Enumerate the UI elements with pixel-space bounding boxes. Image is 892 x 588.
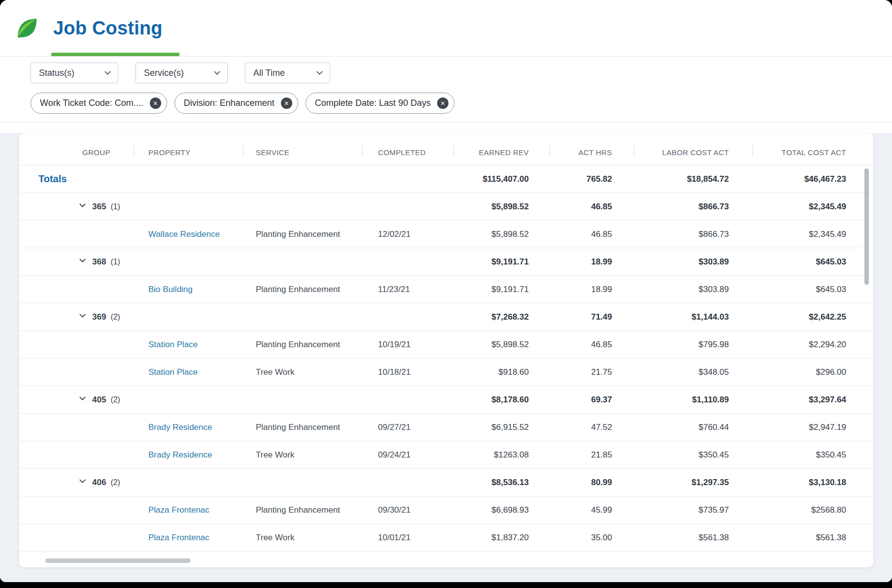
filter-bar: Status(s)Service(s)All Time Work Ticket … (0, 57, 892, 122)
property-link[interactable]: Plaza Frontenac (148, 505, 209, 515)
chevron-down-icon (79, 202, 86, 208)
collapse-group-button[interactable] (80, 205, 85, 208)
group-act-hrs: 80.99 (549, 478, 634, 488)
filter-dropdown-status[interactable]: Status(s) (31, 63, 118, 83)
group-count: (2) (110, 395, 120, 404)
service-cell: Planting Enhancement (243, 505, 362, 515)
property-link[interactable]: Station Place (148, 367, 198, 377)
group-count: (1) (110, 202, 120, 211)
collapse-group-button[interactable] (80, 316, 85, 318)
column-header-group[interactable]: GROUP (19, 133, 134, 165)
group-cell: 405(2) (19, 395, 134, 405)
column-header-service[interactable]: SERVICE (243, 133, 362, 165)
group-row-368: 368(1)$9,191.7118.99$303.89$645.03 (19, 248, 873, 276)
property-cell: Brady Residence (134, 423, 243, 432)
remove-filter-icon[interactable]: ✕ (150, 98, 161, 109)
app-window: Job Costing Status(s)Service(s)All Time … (0, 0, 892, 582)
group-total-cost-act: $645.03 (753, 257, 873, 267)
chevron-down-icon (316, 68, 323, 75)
group-earned-rev: $7,268.32 (453, 312, 549, 322)
group-act-hrs: 69.37 (549, 395, 634, 405)
labor-cost-act-cell: $866.73 (634, 229, 753, 239)
remove-filter-icon[interactable]: ✕ (437, 98, 448, 109)
group-cell: 368(1) (19, 257, 134, 267)
completed-cell: 12/02/21 (362, 229, 453, 239)
filter-dropdown-service[interactable]: Service(s) (136, 63, 228, 83)
group-labor-cost-act: $1,110.89 (634, 395, 753, 405)
completed-cell: 09/24/21 (362, 450, 453, 460)
group-cell: 369(2) (19, 312, 134, 322)
total-cost-act-cell: $561.38 (753, 533, 873, 543)
property-link[interactable]: Brady Residence (148, 423, 212, 432)
act-hrs-cell: 21.85 (549, 450, 634, 460)
total-cost-act-cell: $2,345.49 (753, 229, 873, 239)
detail-row: Station PlacePlanting Enhancement10/19/2… (19, 331, 873, 359)
labor-cost-act-cell: $795.98 (634, 340, 753, 350)
act-hrs-cell: 18.99 (549, 285, 634, 294)
group-cell: 406(2) (19, 478, 134, 488)
detail-row: Plaza FrontenacTree Work10/01/21$1,837.2… (19, 524, 873, 552)
group-count: (2) (110, 478, 120, 487)
property-link[interactable]: Bio Building (148, 285, 193, 294)
job-costing-table-card: GROUPPROPERTYSERVICECOMPLETEDEARNED REVA… (19, 133, 873, 567)
leaf-logo-icon (14, 15, 40, 41)
property-link[interactable]: Brady Residence (148, 450, 212, 459)
group-cell: 365(1) (19, 202, 134, 212)
chevron-down-icon (79, 395, 86, 401)
column-header-completed[interactable]: COMPLETED (362, 133, 453, 165)
group-earned-rev: $8,178.60 (453, 395, 549, 405)
group-earned-rev: $9,191.71 (453, 257, 549, 267)
collapse-group-button[interactable] (80, 481, 85, 484)
filter-chip-complete-date-last-90-days: Complete Date: Last 90 Days✕ (306, 93, 454, 114)
earned-rev-cell: $918.60 (453, 367, 549, 377)
group-row-406: 406(2)$8,536.1380.99$1,297.35$3,130.18 (19, 469, 873, 496)
property-link[interactable]: Wallace Residence (148, 229, 220, 239)
act-hrs-cell: 45.99 (549, 505, 634, 515)
property-cell: Station Place (134, 367, 243, 377)
column-header-earned-rev[interactable]: EARNED REV (453, 133, 549, 165)
property-link[interactable]: Station Place (148, 340, 198, 349)
total-cost-act-cell: $645.03 (753, 285, 873, 294)
horizontal-scrollbar-thumb[interactable] (45, 558, 191, 563)
dropdown-label: Status(s) (39, 68, 74, 78)
group-labor-cost-act: $1,297.35 (634, 478, 753, 488)
earned-rev-cell: $5,898.52 (453, 229, 549, 239)
column-header-labor-cost-act[interactable]: LABOR COST ACT (634, 133, 753, 165)
table-body: Totals$115,407.00765.82$18,854.72$46,467… (19, 165, 873, 552)
column-header-act-hrs[interactable]: ACT HRS (549, 133, 634, 165)
column-header-property[interactable]: PROPERTY (134, 133, 243, 165)
detail-row: Wallace ResidencePlanting Enhancement12/… (19, 221, 873, 248)
remove-filter-icon[interactable]: ✕ (281, 98, 292, 109)
labor-cost-act-cell: $760.44 (634, 423, 753, 432)
chevron-down-icon (79, 257, 86, 263)
group-row-365: 365(1)$5,898.5246.85$866.73$2,345.49 (19, 193, 873, 221)
group-row-405: 405(2)$8,178.6069.37$1,110.89$3,297.64 (19, 386, 873, 414)
group-act-hrs: 71.49 (549, 312, 634, 322)
page-title: Job Costing (53, 18, 163, 39)
earned-rev-cell: $1263.08 (453, 450, 549, 460)
property-cell: Brady Residence (134, 450, 243, 460)
group-label: 365 (92, 202, 106, 212)
total-cost-act-cell: $2,947.19 (753, 423, 873, 432)
group-earned-rev: $8,536.13 (453, 478, 549, 488)
totals-label: Totals (19, 173, 134, 185)
service-cell: Planting Enhancement (243, 423, 362, 432)
totals-row: Totals$115,407.00765.82$18,854.72$46,467… (19, 165, 873, 193)
totals-labor-cost-act: $18,854.72 (634, 174, 753, 184)
group-earned-rev: $5,898.52 (453, 202, 549, 212)
property-link[interactable]: Plaza Frontenac (148, 533, 209, 542)
collapse-group-button[interactable] (80, 261, 85, 263)
vertical-scrollbar-thumb[interactable] (864, 168, 869, 285)
labor-cost-act-cell: $348.05 (634, 367, 753, 377)
collapse-group-button[interactable] (80, 398, 85, 401)
filter-dropdown-time-range[interactable]: All Time (245, 63, 330, 83)
column-header-total-cost-act[interactable]: TOTAL COST ACT (753, 133, 873, 165)
group-labor-cost-act: $866.73 (634, 202, 753, 212)
totals-act-hrs: 765.82 (549, 174, 634, 184)
total-cost-act-cell: $2568.80 (753, 505, 873, 515)
group-label: 405 (92, 395, 106, 405)
service-cell: Tree Work (243, 367, 362, 377)
earned-rev-cell: $6,915.52 (453, 423, 549, 432)
completed-cell: 09/30/21 (362, 505, 453, 515)
property-cell: Plaza Frontenac (134, 533, 243, 543)
